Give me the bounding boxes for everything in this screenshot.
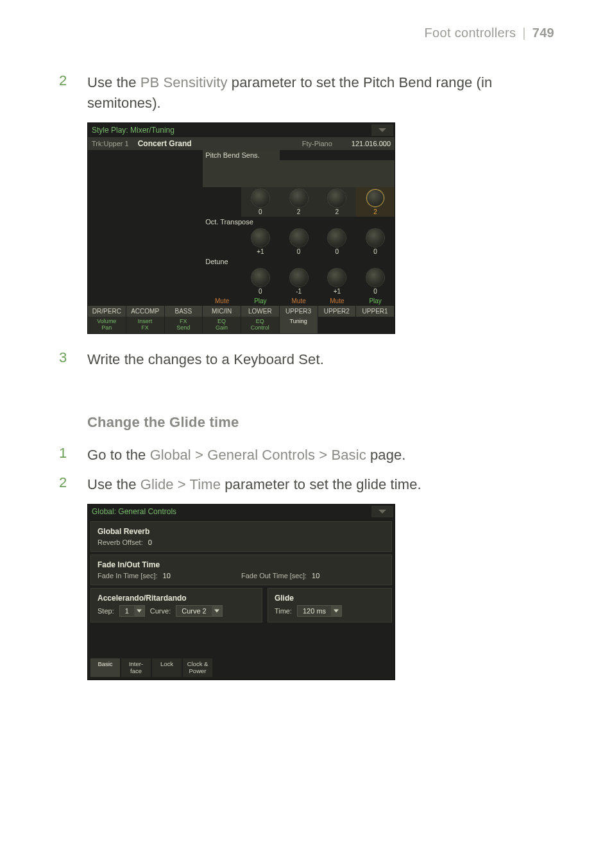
step-text: Write the changes to a Keyboard Set.: [87, 349, 324, 370]
tab[interactable]: EQControl: [241, 317, 280, 333]
tab[interactable]: Lock: [152, 658, 182, 677]
track-head[interactable]: UPPER3: [280, 306, 318, 317]
tab: [356, 317, 395, 333]
chevron-down-icon: [331, 606, 341, 616]
track-head[interactable]: BASS: [165, 306, 203, 317]
glide-time-dropdown[interactable]: 120 ms: [297, 605, 342, 617]
knob[interactable]: [327, 188, 346, 208]
knob-value: +1: [257, 248, 264, 255]
tab[interactable]: VolumePan: [88, 317, 126, 333]
tab[interactable]: Inter- face: [121, 658, 151, 677]
panel-head: Fade In/Out Time: [98, 560, 385, 569]
reverb-offset-label: Reverb Offset:: [98, 538, 143, 546]
track-head[interactable]: DR/PERC: [88, 306, 126, 317]
knob[interactable]: [251, 188, 270, 208]
knob[interactable]: [251, 268, 270, 287]
step-dropdown[interactable]: 1: [119, 605, 145, 617]
curve-dropdown[interactable]: Curve 2: [176, 605, 223, 617]
tab[interactable]: Tuning: [280, 317, 318, 333]
play-indicator[interactable]: Play: [241, 296, 280, 306]
track-head[interactable]: ACCOMP: [126, 306, 165, 317]
knob[interactable]: [327, 268, 346, 287]
knob-value: 0: [297, 248, 301, 255]
knob-value: -1: [296, 288, 302, 295]
row-label: Detune: [203, 256, 280, 267]
panel-fade: Fade In/Out Time Fade In Time [sec]:10 F…: [90, 555, 392, 585]
knob[interactable]: [366, 188, 385, 208]
row-label: Pitch Bend Sens.: [203, 150, 280, 160]
knob[interactable]: [289, 228, 309, 247]
tab[interactable]: InsertFX: [126, 317, 165, 333]
tab[interactable]: EQGain: [203, 317, 241, 333]
knob[interactable]: [289, 268, 309, 287]
page-header: Foot controllers | 749: [58, 26, 554, 40]
header-section: Foot controllers: [425, 26, 516, 40]
step-2: 2 Use the PB Sensitivity parameter to se…: [58, 72, 554, 113]
scr1-sound-name[interactable]: Concert Grand: [129, 139, 302, 148]
curve-label: Curve:: [150, 607, 171, 615]
knob-value: +1: [334, 288, 341, 295]
panel-head: Accelerando/Ritardando: [98, 594, 255, 603]
header-page-number: 749: [532, 26, 554, 40]
knob-value: 2: [297, 208, 301, 215]
scr1-bank: 121.016.000: [352, 140, 391, 147]
tab[interactable]: Basic: [90, 658, 120, 677]
scr1-menu-icon[interactable]: [371, 124, 393, 136]
knob-value: 0: [259, 208, 262, 215]
step-number: 1: [58, 445, 87, 462]
knob[interactable]: [366, 228, 385, 247]
track-head[interactable]: MIC/IN: [203, 306, 241, 317]
mute-indicator[interactable]: Mute: [280, 296, 318, 306]
row-label: Oct. Transpose: [203, 217, 280, 227]
knob[interactable]: [366, 268, 385, 287]
reverb-offset-value[interactable]: 0: [148, 538, 152, 546]
param-global-path: Global > General Controls > Basic: [150, 447, 366, 463]
fade-out-value[interactable]: 10: [312, 572, 319, 580]
play-indicator[interactable]: Play: [356, 296, 395, 306]
knob-value: 2: [373, 208, 377, 215]
step-text: Go to the Global > General Controls > Ba…: [87, 445, 406, 465]
step-number: 2: [58, 72, 87, 89]
track-head[interactable]: UPPER2: [318, 306, 357, 317]
knob-value: 2: [336, 208, 339, 215]
scr2-title: Global: General Controls: [88, 505, 371, 519]
step-1b: 1 Go to the Global > General Controls > …: [58, 445, 554, 465]
scr2-menu-icon[interactable]: [371, 506, 393, 517]
track-head[interactable]: UPPER1: [356, 306, 395, 317]
step-number: 3: [58, 349, 87, 366]
step-number: 2: [58, 474, 87, 491]
track-head[interactable]: LOWER: [241, 306, 280, 317]
step-2b: 2 Use the Glide > Time parameter to set …: [58, 474, 554, 495]
step-label: Step:: [98, 607, 114, 615]
mute-indicator[interactable]: Mute: [318, 296, 357, 306]
knob[interactable]: [327, 228, 346, 247]
empty: [88, 296, 126, 306]
fade-in-label: Fade In Time [sec]:: [98, 572, 158, 580]
scr1-fty: Fty-Piano: [302, 140, 332, 147]
scr1-trk-label: Trk:Upper 1: [92, 140, 129, 147]
screenshot-mixer-tuning: Style Play: Mixer/Tuning Trk:Upper 1 Con…: [87, 122, 554, 334]
tab[interactable]: Clock & Power: [183, 658, 212, 677]
knob-value: 0: [336, 248, 339, 255]
mute-indicator[interactable]: Mute: [203, 296, 241, 306]
empty: [126, 296, 165, 306]
panel-head: Glide: [275, 594, 385, 603]
knob[interactable]: [251, 228, 270, 247]
panel-head: Global Reverb: [98, 527, 385, 536]
knob-value: 0: [373, 288, 377, 295]
scr1-title: Style Play: Mixer/Tuning: [88, 123, 371, 137]
header-divider: |: [522, 26, 526, 40]
panel-global-reverb: Global Reverb Reverb Offset:0: [90, 521, 392, 552]
tab: [318, 317, 357, 333]
section-title-glide: Change the Glide time: [87, 414, 554, 431]
tab[interactable]: FXSend: [165, 317, 203, 333]
fade-in-value[interactable]: 10: [163, 572, 171, 580]
chevron-down-icon: [134, 606, 144, 616]
knob[interactable]: [289, 188, 309, 208]
step-text: Use the Glide > Time parameter to set th…: [87, 474, 421, 495]
param-pb-sensitivity: PB Sensitivity: [140, 74, 228, 90]
empty: [165, 296, 203, 306]
panel-glide: Glide Time: 120 ms: [268, 588, 392, 622]
fade-out-label: Fade Out Time [sec]:: [241, 572, 307, 580]
step-3: 3 Write the changes to a Keyboard Set.: [58, 349, 554, 370]
